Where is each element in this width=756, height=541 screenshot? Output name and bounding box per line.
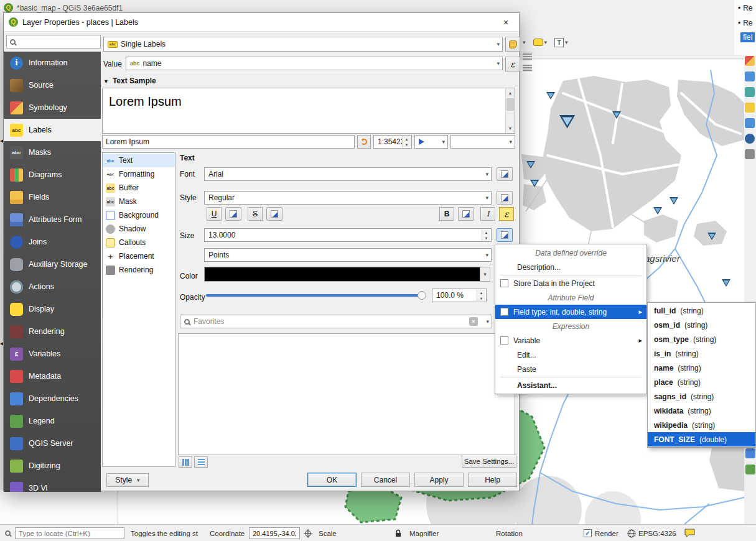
background-panel-item[interactable]: Re — [738, 19, 753, 27]
bold-button[interactable]: B — [439, 207, 454, 221]
clear-search-icon[interactable] — [469, 317, 478, 326]
sidebar-item-fields[interactable]: Fields — [4, 186, 101, 208]
crs-status[interactable]: EPSG:4326 — [627, 525, 676, 541]
opacity-spinbox[interactable]: 100.0 % ▲▼ — [432, 289, 487, 302]
underline-button[interactable]: U — [207, 207, 222, 221]
properties-search-input[interactable] — [6, 35, 101, 49]
opacity-slider[interactable] — [206, 289, 425, 302]
tab-buffer[interactable]: Buffer — [103, 181, 175, 195]
reset-sample-button[interactable] — [357, 135, 371, 149]
tab-text[interactable]: Text — [103, 154, 175, 167]
italic-expression-button[interactable]: ε — [499, 207, 514, 221]
menu-item-edit[interactable]: Edit... — [495, 348, 646, 362]
sample-scrollbar[interactable]: ▲ ▼ — [505, 88, 515, 133]
tab-formatting[interactable]: Formatting — [103, 167, 175, 181]
value-field-combo[interactable]: abc name — [126, 57, 503, 70]
text-annotation-button[interactable]: T▾ — [552, 35, 571, 50]
underline-override-button[interactable] — [225, 207, 241, 221]
sidebar-item-diagrams[interactable]: Diagrams — [4, 164, 101, 186]
size-unit-combo[interactable]: Points — [204, 248, 492, 262]
measure-tool-icon[interactable] — [745, 149, 755, 159]
cancel-button[interactable]: Cancel — [361, 473, 410, 487]
tab-placement[interactable]: Placement — [103, 249, 175, 263]
lock-scale-icon[interactable] — [394, 525, 402, 541]
scroll-down-icon[interactable]: ▼ — [506, 124, 515, 133]
scrollbar-thumb[interactable] — [506, 98, 514, 111]
spinner-arrows[interactable]: ▲▼ — [477, 290, 485, 301]
menu-item-description[interactable]: Description... — [495, 260, 646, 274]
menu-item-paste[interactable]: Paste — [495, 362, 646, 376]
sidebar-item-3d-view[interactable]: 3D Vi — [4, 477, 101, 492]
refresh-tool-icon[interactable] — [745, 465, 755, 474]
panel-grid-icon[interactable] — [523, 65, 532, 72]
menu-item-store-data[interactable]: Store Data in the Project — [495, 276, 646, 290]
checkbox-icon[interactable] — [500, 279, 508, 287]
slider-handle[interactable] — [418, 291, 426, 300]
text-sample-header[interactable]: Text Sample — [103, 76, 156, 85]
submenu-item-is-in[interactable]: is_in(string) — [648, 346, 755, 361]
pan-tool-icon[interactable] — [745, 72, 755, 81]
zoom-tool-icon[interactable] — [745, 56, 755, 66]
tab-rendering[interactable]: Rendering — [103, 263, 175, 277]
background-panel-selected-item[interactable]: fiel — [740, 32, 755, 42]
list-view-button[interactable] — [194, 456, 208, 468]
menu-item-field-type[interactable]: Field type: int, double, string — [495, 305, 646, 319]
scroll-up-icon[interactable]: ▲ — [506, 88, 515, 98]
sidebar-item-actions[interactable]: Actions — [4, 275, 101, 298]
sidebar-item-digitizing[interactable]: Digitizing — [4, 455, 101, 477]
automated-placement-button[interactable] — [505, 37, 520, 52]
submenu-item-name[interactable]: name(string) — [648, 361, 755, 375]
help-button[interactable]: Help — [468, 473, 517, 487]
icon-view-button[interactable] — [179, 456, 192, 468]
render-checkbox[interactable] — [584, 529, 592, 537]
background-panel-item[interactable]: Re — [738, 4, 753, 12]
ok-button[interactable]: OK — [307, 473, 357, 487]
dialog-close-button[interactable]: × — [498, 16, 514, 29]
style-preview-list[interactable] — [178, 333, 515, 455]
bold-override-button[interactable] — [458, 207, 474, 221]
submenu-item-osm-type[interactable]: osm_type(string) — [648, 332, 755, 346]
strikeout-button[interactable]: S — [248, 207, 263, 221]
submenu-item-osm-id[interactable]: osm_id(string) — [648, 318, 755, 332]
checkbox-icon[interactable] — [500, 308, 508, 316]
map-tips-button[interactable]: ▾ — [531, 35, 550, 50]
italic-button[interactable]: I — [480, 207, 495, 221]
extent-tool-icon[interactable] — [745, 448, 755, 458]
menu-item-variable[interactable]: Variable — [495, 333, 646, 348]
sidebar-item-rendering[interactable]: Rendering — [4, 320, 101, 343]
expression-button[interactable]: ε — [505, 57, 520, 72]
sidebar-item-qgis-server[interactable]: QGIS Server — [4, 432, 101, 455]
tab-mask[interactable]: Mask — [103, 195, 175, 208]
sidebar-item-masks[interactable]: Masks — [4, 141, 101, 164]
size-override-button[interactable] — [497, 228, 513, 242]
maptip-tool-icon[interactable] — [745, 103, 755, 113]
tab-shadow[interactable]: Shadow — [103, 222, 175, 236]
panel-menu-icon[interactable] — [523, 53, 532, 61]
sidebar-item-display[interactable]: Display — [4, 298, 101, 320]
sidebar-item-attributes-form[interactable]: Attributes Form — [4, 208, 101, 231]
font-combo[interactable]: Arial — [204, 167, 492, 181]
color-dropdown-arrow[interactable]: ▾ — [480, 267, 490, 281]
style-menu-button[interactable]: Style▾ — [106, 473, 149, 487]
sample-background-button[interactable] — [414, 135, 448, 149]
strikeout-override-button[interactable] — [266, 207, 282, 221]
sample-scale-spinbox[interactable]: 1:35423 ▲▼ — [373, 135, 412, 149]
sidebar-item-labels[interactable]: Labels — [4, 119, 101, 141]
identify-tool-icon[interactable] — [745, 87, 755, 97]
info-tool-icon[interactable] — [745, 134, 755, 144]
sidebar-item-legend[interactable]: Legend — [4, 410, 101, 432]
sidebar-item-source[interactable]: Source — [4, 74, 101, 96]
font-style-combo[interactable]: Regular — [204, 191, 492, 205]
font-override-button[interactable] — [497, 167, 513, 181]
label-type-combo[interactable]: Single Labels — [103, 37, 503, 52]
spinner-arrows[interactable]: ▲▼ — [402, 136, 411, 147]
sidebar-item-information[interactable]: Information — [4, 52, 101, 74]
spinner-arrows[interactable]: ▲▼ — [482, 229, 490, 241]
submenu-item-wikidata[interactable]: wikidata(string) — [648, 404, 755, 418]
submenu-item-sagns-id[interactable]: sagns_id(string) — [648, 389, 755, 404]
style-override-button[interactable] — [497, 191, 513, 205]
color-button[interactable]: ▾ — [204, 267, 490, 282]
toolbar-dropdown-button[interactable]: ▾ — [520, 35, 528, 50]
sidebar-item-metadata[interactable]: Metadata — [4, 365, 101, 387]
submenu-item-full-id[interactable]: full_id(string) — [648, 303, 755, 318]
